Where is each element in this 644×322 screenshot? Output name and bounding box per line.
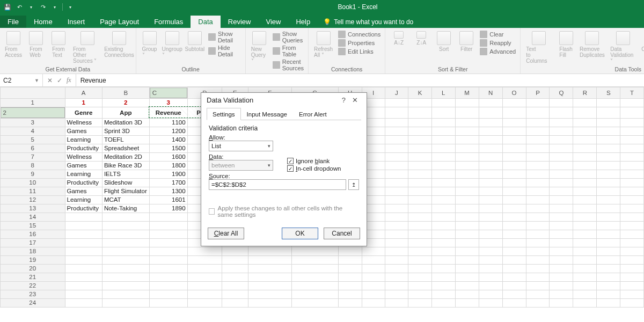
ribbon-button[interactable]: FromAccess (4, 30, 23, 59)
cell[interactable] (455, 118, 479, 127)
tell-me[interactable]: 💡 Tell me what you want to do (318, 16, 419, 28)
cell[interactable]: Bike Race 3D (102, 161, 149, 170)
cell[interactable] (573, 247, 597, 255)
column-header[interactable]: J (385, 87, 408, 99)
cell[interactable] (455, 290, 479, 298)
cell[interactable] (455, 178, 479, 187)
cell[interactable] (550, 298, 573, 307)
accept-formula-icon[interactable]: ✓ (57, 77, 62, 84)
cell[interactable] (502, 127, 526, 135)
cell[interactable] (431, 127, 455, 135)
ribbon-button[interactable]: FromText (49, 30, 68, 59)
cell[interactable] (149, 281, 187, 290)
cell[interactable]: Meditation 2D (102, 152, 149, 161)
cell[interactable] (620, 170, 644, 178)
cell[interactable] (620, 118, 644, 127)
cell[interactable] (291, 255, 338, 264)
cell[interactable] (620, 135, 644, 144)
cell[interactable]: Note-Taking (102, 204, 149, 213)
cell[interactable] (479, 281, 502, 290)
cell[interactable] (573, 230, 597, 238)
ribbon-button[interactable]: FlashFill (557, 30, 575, 59)
cell[interactable] (620, 247, 644, 255)
tab-help[interactable]: Help (288, 16, 318, 28)
dialog-tab-settings[interactable]: Settings (207, 108, 241, 120)
cell[interactable] (385, 107, 408, 118)
cell[interactable] (102, 255, 149, 264)
cell[interactable] (102, 230, 149, 238)
cell[interactable] (455, 195, 479, 204)
cell[interactable] (431, 298, 455, 307)
cell[interactable] (222, 281, 248, 290)
cell[interactable] (455, 247, 479, 255)
cell[interactable]: 1400 (149, 135, 187, 144)
cell[interactable] (408, 230, 432, 238)
tab-page-layout[interactable]: Page Layout (92, 16, 147, 28)
cell[interactable] (385, 230, 408, 238)
cell[interactable] (526, 161, 550, 170)
ribbon-button[interactable]: Filter (457, 30, 475, 53)
cell[interactable] (479, 178, 502, 187)
ribbon-item[interactable]: Advanced (480, 47, 516, 56)
cell[interactable] (479, 161, 502, 170)
cell[interactable] (597, 98, 620, 107)
tab-file[interactable]: File (0, 16, 26, 28)
row-header[interactable]: 14 (1, 213, 65, 221)
cell[interactable]: 1 (65, 98, 102, 107)
allow-dropdown[interactable]: List▾ (209, 141, 273, 151)
cell[interactable] (597, 127, 620, 135)
cell[interactable] (65, 213, 102, 221)
cell[interactable] (408, 178, 432, 187)
cell[interactable] (573, 98, 597, 107)
cell[interactable] (102, 298, 149, 307)
cell[interactable] (65, 221, 102, 230)
cell[interactable] (222, 255, 248, 264)
cell[interactable] (502, 281, 526, 290)
tab-review[interactable]: Review (221, 16, 259, 28)
cell[interactable] (479, 221, 502, 230)
cell[interactable] (550, 161, 573, 170)
column-header[interactable]: L (431, 87, 455, 99)
cell[interactable] (408, 273, 432, 281)
cell[interactable] (550, 144, 573, 152)
cell[interactable] (479, 290, 502, 298)
cell[interactable] (620, 144, 644, 152)
cell[interactable]: Productivity (65, 178, 102, 187)
cell[interactable] (65, 255, 102, 264)
ribbon-button[interactable]: RemoveDuplicates (580, 30, 605, 59)
column-header[interactable]: P (526, 87, 550, 99)
row-header[interactable]: 7 (1, 152, 65, 161)
cell[interactable] (597, 170, 620, 178)
cell[interactable] (573, 238, 597, 247)
clear-all-button[interactable]: Clear All (208, 228, 244, 239)
cell[interactable] (502, 118, 526, 127)
cell[interactable]: 1300 (149, 187, 187, 195)
ribbon-item[interactable]: From Table (273, 44, 304, 58)
cell[interactable] (362, 247, 385, 255)
cell[interactable] (502, 195, 526, 204)
cell[interactable] (455, 187, 479, 195)
column-header[interactable]: A (65, 87, 102, 99)
cell[interactable] (385, 238, 408, 247)
cell[interactable] (620, 290, 644, 298)
cell[interactable] (408, 144, 432, 152)
cell[interactable] (479, 230, 502, 238)
cell[interactable] (385, 98, 408, 107)
cell[interactable] (573, 118, 597, 127)
cell[interactable] (479, 135, 502, 144)
cell[interactable] (573, 264, 597, 273)
cell[interactable] (431, 98, 455, 107)
cell[interactable] (431, 118, 455, 127)
row-header[interactable]: 8 (1, 161, 65, 170)
column-header[interactable]: Q (550, 87, 573, 99)
cell[interactable] (502, 230, 526, 238)
cell[interactable]: Meditation 3D (102, 118, 149, 127)
dialog-tab-error-alert[interactable]: Error Alert (293, 108, 333, 120)
cell[interactable] (620, 187, 644, 195)
cell[interactable] (620, 98, 644, 107)
cell[interactable] (502, 135, 526, 144)
cell[interactable] (550, 281, 573, 290)
cell[interactable] (526, 247, 550, 255)
row-header[interactable]: 17 (1, 238, 65, 247)
cell[interactable] (573, 135, 597, 144)
